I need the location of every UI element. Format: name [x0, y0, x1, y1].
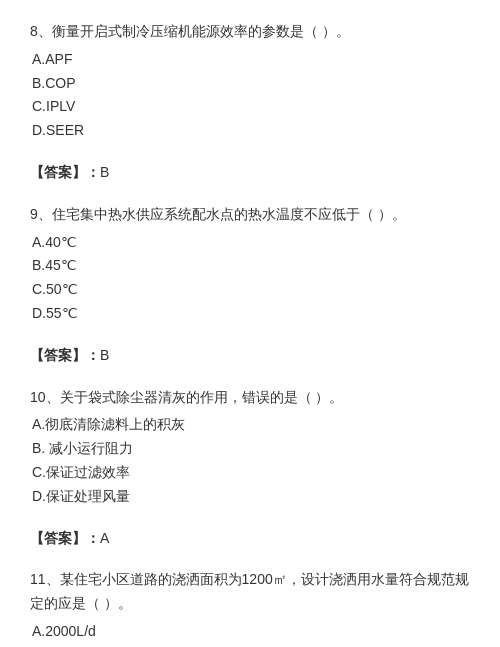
option-10-C: C.保证过滤效率: [32, 461, 470, 485]
answer-label-10: 【答案】：: [30, 530, 100, 546]
answer-block-9: 【答案】：B: [30, 344, 470, 368]
question-block-8: 8、衡量开启式制冷压缩机能源效率的参数是（ ）。A.APFB.COPC.IPLV…: [30, 20, 470, 143]
option-10-D: D.保证处理风量: [32, 485, 470, 509]
option-8-B: B.COP: [32, 72, 470, 96]
question-block-11: 11、某住宅小区道路的浇洒面积为1200㎡，设计浇洒用水量符合规范规定的应是（ …: [30, 568, 470, 647]
option-10-A: A.彻底清除滤料上的积灰: [32, 413, 470, 437]
question-block-10: 10、关于袋式除尘器清灰的作用，错误的是（ ）。A.彻底清除滤料上的积灰B. 减…: [30, 386, 470, 509]
option-8-C: C.IPLV: [32, 95, 470, 119]
option-8-D: D.SEER: [32, 119, 470, 143]
option-9-C: C.50℃: [32, 278, 470, 302]
answer-block-10: 【答案】：A: [30, 527, 470, 551]
answer-block-8: 【答案】：B: [30, 161, 470, 185]
answer-label-8: 【答案】：: [30, 164, 100, 180]
option-9-D: D.55℃: [32, 302, 470, 326]
question-text-10: 10、关于袋式除尘器清灰的作用，错误的是（ ）。: [30, 386, 470, 410]
question-text-11: 11、某住宅小区道路的浇洒面积为1200㎡，设计浇洒用水量符合规范规定的应是（ …: [30, 568, 470, 616]
option-9-B: B.45℃: [32, 254, 470, 278]
content-container: 8、衡量开启式制冷压缩机能源效率的参数是（ ）。A.APFB.COPC.IPLV…: [30, 20, 470, 647]
question-block-9: 9、住宅集中热水供应系统配水点的热水温度不应低于（ ）。A.40℃B.45℃C.…: [30, 203, 470, 326]
answer-value-9: B: [100, 347, 109, 363]
option-9-A: A.40℃: [32, 231, 470, 255]
option-10-B: B. 减小运行阻力: [32, 437, 470, 461]
question-text-8: 8、衡量开启式制冷压缩机能源效率的参数是（ ）。: [30, 20, 470, 44]
option-11-A: A.2000L/d: [32, 620, 470, 644]
option-8-A: A.APF: [32, 48, 470, 72]
answer-value-8: B: [100, 164, 109, 180]
question-text-9: 9、住宅集中热水供应系统配水点的热水温度不应低于（ ）。: [30, 203, 470, 227]
answer-label-9: 【答案】：: [30, 347, 100, 363]
answer-value-10: A: [100, 530, 109, 546]
